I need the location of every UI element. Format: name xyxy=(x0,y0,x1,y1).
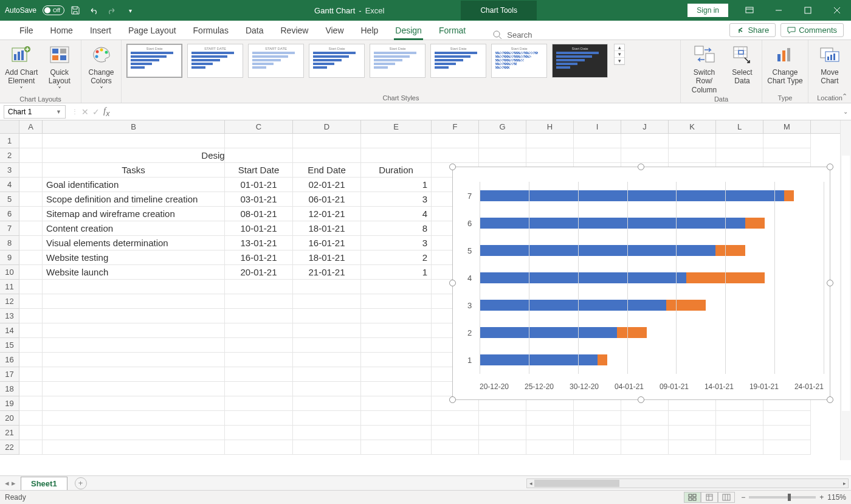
col-header[interactable]: M xyxy=(763,120,811,133)
enter-formula-icon[interactable]: ✓ xyxy=(92,107,100,117)
cell[interactable] xyxy=(293,426,361,440)
cancel-formula-icon[interactable]: ✕ xyxy=(81,107,89,117)
cell[interactable] xyxy=(19,134,43,148)
zoom-level[interactable]: 115% xyxy=(827,493,846,502)
cell[interactable]: 16-01-21 xyxy=(225,250,293,265)
cell[interactable] xyxy=(361,367,432,382)
cell[interactable] xyxy=(361,148,432,163)
cell[interactable]: 16-01-21 xyxy=(293,236,361,250)
row-header[interactable]: 7 xyxy=(0,221,19,236)
row-header[interactable]: 4 xyxy=(0,178,19,192)
chart-style-4[interactable]: Start Date xyxy=(309,44,365,78)
cell[interactable] xyxy=(19,353,43,367)
cell[interactable] xyxy=(293,148,361,163)
cell[interactable] xyxy=(763,426,811,440)
row-header[interactable]: 15 xyxy=(0,338,19,353)
col-header[interactable]: J xyxy=(621,120,669,133)
scroll-right-icon[interactable]: ▸ xyxy=(841,479,848,488)
cell[interactable] xyxy=(293,367,361,382)
col-header[interactable]: E xyxy=(361,120,432,133)
row-header[interactable]: 6 xyxy=(0,207,19,221)
cell[interactable]: 18-01-21 xyxy=(293,221,361,236)
chart-styles-scroll[interactable]: ▴▾▾ xyxy=(614,44,625,65)
formula-input[interactable] xyxy=(115,105,840,119)
tab-page-layout[interactable]: Page Layout xyxy=(120,22,185,40)
scroll-thumb[interactable] xyxy=(534,480,619,487)
cell[interactable] xyxy=(43,323,225,338)
cell[interactable] xyxy=(19,426,43,440)
cell[interactable] xyxy=(19,294,43,309)
cell[interactable] xyxy=(19,309,43,323)
chart-bar[interactable] xyxy=(480,300,824,311)
col-header[interactable]: F xyxy=(432,120,479,133)
resize-handle[interactable] xyxy=(638,396,644,403)
cell[interactable]: 3 xyxy=(361,192,432,207)
cell[interactable] xyxy=(19,265,43,280)
name-box[interactable]: Chart 1▼ xyxy=(4,105,66,119)
cell[interactable] xyxy=(361,353,432,367)
col-header[interactable]: L xyxy=(716,120,763,133)
chart-style-7[interactable]: Start Date xyxy=(491,44,547,78)
row-header[interactable]: 11 xyxy=(0,280,19,294)
save-icon[interactable] xyxy=(68,3,83,18)
cell[interactable] xyxy=(225,294,293,309)
col-header[interactable]: D xyxy=(293,120,361,133)
tab-data[interactable]: Data xyxy=(237,22,272,40)
customize-qat-icon[interactable]: ▾ xyxy=(123,3,137,18)
cell[interactable]: 18-01-21 xyxy=(293,250,361,265)
cell[interactable] xyxy=(574,411,621,426)
expand-formula-bar-icon[interactable]: ⌄ xyxy=(840,108,851,115)
chart-bar[interactable] xyxy=(480,272,824,283)
cell[interactable] xyxy=(621,148,669,163)
cell[interactable] xyxy=(763,148,811,163)
maximize-icon[interactable] xyxy=(794,0,822,21)
col-header[interactable]: G xyxy=(479,120,526,133)
tab-design[interactable]: Design xyxy=(387,22,430,40)
cell[interactable] xyxy=(669,148,716,163)
cell[interactable]: Website testing xyxy=(43,250,225,265)
cell[interactable] xyxy=(432,134,479,148)
switch-row-column-button[interactable]: Switch Row/ Column xyxy=(684,43,724,94)
horizontal-scrollbar[interactable]: ◂ ▸ xyxy=(526,478,849,488)
normal-view-icon[interactable] xyxy=(684,492,701,503)
cell[interactable] xyxy=(621,440,669,455)
cell[interactable] xyxy=(43,134,225,148)
cell[interactable] xyxy=(225,367,293,382)
change-colors-button[interactable]: Change Colors ˅ xyxy=(85,43,117,94)
cell[interactable] xyxy=(716,411,763,426)
page-break-view-icon[interactable] xyxy=(718,492,735,503)
cell[interactable] xyxy=(479,426,526,440)
col-header[interactable]: H xyxy=(526,120,574,133)
zoom-out-button[interactable]: − xyxy=(741,493,745,502)
cell[interactable] xyxy=(361,323,432,338)
cell[interactable]: 08-01-21 xyxy=(225,207,293,221)
cell[interactable] xyxy=(716,134,763,148)
row-header[interactable]: 1 xyxy=(0,134,19,148)
move-chart-button[interactable]: Move Chart xyxy=(812,43,847,86)
chart-style-2[interactable]: START DATE xyxy=(187,44,243,78)
sheet-nav-next-icon[interactable]: ▸ xyxy=(12,478,16,488)
cell[interactable] xyxy=(19,148,43,163)
resize-handle[interactable] xyxy=(449,164,456,170)
resize-handle[interactable] xyxy=(449,280,456,286)
cell[interactable]: 1 xyxy=(361,178,432,192)
chart-bar[interactable] xyxy=(480,190,824,201)
cell[interactable] xyxy=(621,426,669,440)
cell[interactable]: 2 xyxy=(361,250,432,265)
new-sheet-button[interactable]: + xyxy=(75,477,87,489)
sheet-nav-prev-icon[interactable]: ◂ xyxy=(5,478,9,488)
cell[interactable] xyxy=(432,426,479,440)
cell[interactable] xyxy=(479,411,526,426)
tab-format[interactable]: Format xyxy=(430,22,474,40)
cell[interactable] xyxy=(293,411,361,426)
cell[interactable] xyxy=(19,367,43,382)
page-layout-view-icon[interactable] xyxy=(701,492,718,503)
cell[interactable] xyxy=(621,134,669,148)
cell[interactable] xyxy=(361,411,432,426)
row-header[interactable]: 5 xyxy=(0,192,19,207)
col-header[interactable]: K xyxy=(669,120,716,133)
col-header[interactable]: C xyxy=(225,120,293,133)
cell[interactable] xyxy=(19,250,43,265)
close-icon[interactable] xyxy=(823,0,851,21)
cell[interactable] xyxy=(225,134,293,148)
